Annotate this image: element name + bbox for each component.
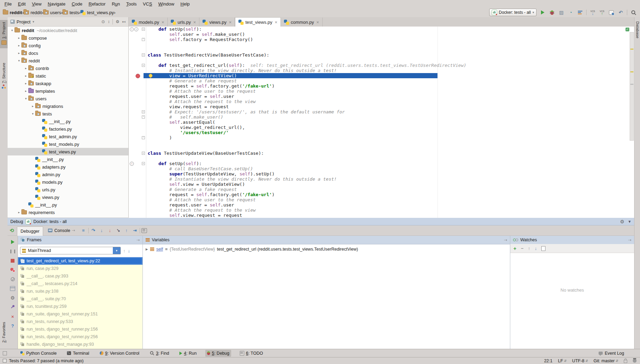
code-line[interactable] xyxy=(129,42,634,47)
toolwindow-button-3--find[interactable]: 3: Find xyxy=(148,350,171,357)
tree-item-test_admin-py[interactable]: test_admin.py xyxy=(8,133,128,140)
tab-views-py[interactable]: views.py× xyxy=(199,18,235,27)
variable-row[interactable]: ▶ self = {TestUserRedirectView} test_get… xyxy=(146,247,358,252)
tab-console[interactable]: Console ⇢ xyxy=(45,226,78,235)
code-line[interactable]: request = self.factory.get('/fake-url') xyxy=(129,83,634,89)
run-button[interactable] xyxy=(540,9,546,16)
fold-marker[interactable]: − xyxy=(142,28,145,31)
stop-button[interactable] xyxy=(10,258,16,263)
code-line[interactable]: # call BaseUserTestCase.setUp() xyxy=(129,166,634,171)
menu-item-window[interactable]: Window xyxy=(155,1,177,7)
breadcrumb-item[interactable]: reddit xyxy=(3,10,22,15)
code-line[interactable]: − def test_get_redirect_url(self): self:… xyxy=(129,63,634,68)
tree-item-config[interactable]: ▸config xyxy=(8,42,128,49)
status-message[interactable]: Tests Passed: 7 passed (a minute ago) xyxy=(9,358,83,363)
menu-item-file[interactable]: File xyxy=(1,1,15,7)
restore-windows-icon[interactable] xyxy=(3,351,7,355)
hide-panel-button[interactable]: ↤ xyxy=(122,19,126,24)
toolwindow-button-python-console[interactable]: Python Console xyxy=(19,350,58,357)
tree-item-factories-py[interactable]: factories.py xyxy=(8,125,128,133)
tree-item-templates[interactable]: ▸templates xyxy=(8,87,128,95)
breakpoint-icon[interactable] xyxy=(136,74,140,78)
stack-frame-row[interactable]: handle, django_test_manage.py:93 xyxy=(18,341,142,348)
search-everywhere-button[interactable] xyxy=(630,9,637,16)
chevron-down-icon[interactable]: ▾ xyxy=(32,20,34,23)
code-line[interactable] xyxy=(129,140,634,145)
tree-item-urls-py[interactable]: urls.py xyxy=(8,186,128,193)
code-line[interactable]: self.assertEqual( xyxy=(129,120,634,125)
close-icon[interactable]: × xyxy=(193,20,196,25)
code-line[interactable]: ˇ # self.make_user() xyxy=(129,114,634,120)
tree-item-reddit[interactable]: ▾reddit~/cookiecutter/reddit xyxy=(8,27,128,34)
fold-marker[interactable]: ˇ xyxy=(142,38,145,41)
move-watch-down-button[interactable]: ↓ xyxy=(535,246,537,251)
rollback-button[interactable]: ↶ xyxy=(618,9,624,16)
stack-frame-row[interactable]: __call__, testcases.py:214 xyxy=(18,280,142,287)
tree-item-reddit[interactable]: ▾reddit xyxy=(8,57,128,64)
tab-test_views-py[interactable]: test_views.py× xyxy=(235,17,281,27)
close-icon[interactable]: × xyxy=(316,20,319,25)
tree-item-__init__-py[interactable]: __init__.py xyxy=(8,118,128,125)
evaluate-expression-button[interactable] xyxy=(141,228,147,233)
tree-item-__init__-py[interactable]: __init__.py xyxy=(8,155,128,163)
tree-item-views-py[interactable]: views.py xyxy=(8,193,128,201)
code-line[interactable] xyxy=(129,58,634,63)
collapse-all-button[interactable]: ↕ xyxy=(108,19,110,24)
status-segment-utf-8[interactable]: UTF-8⇵ xyxy=(572,358,588,363)
code-line[interactable]: − # Expect: '/users/testuser/', as that … xyxy=(129,109,634,114)
sidebar-item-project[interactable]: 1: Project xyxy=(0,20,8,48)
code-line[interactable]: ˇ ) xyxy=(129,135,634,140)
code-line[interactable]: self.view.request = request xyxy=(129,213,634,218)
code-editor[interactable]: ↑↓− def setUp(self): self.user = self.ma… xyxy=(129,27,634,218)
step-into-my-code-button[interactable]: ↓ xyxy=(107,227,114,234)
tree-item-requirements[interactable]: ▸requirements xyxy=(8,209,128,216)
close-icon[interactable]: × xyxy=(229,20,232,25)
help-button[interactable]: ? xyxy=(10,323,16,328)
tree-item-static[interactable]: ▸static xyxy=(8,72,128,80)
view-breakpoints-button[interactable] xyxy=(10,267,16,273)
event-log-button[interactable]: Event Log xyxy=(605,351,624,356)
tree-item-docs[interactable]: ▸docs xyxy=(8,49,128,57)
tab-urls-py[interactable]: urls.py× xyxy=(168,18,199,27)
menu-item-view[interactable]: View xyxy=(29,1,45,7)
toolwindow-button-9--version-control[interactable]: 9: Version Control xyxy=(98,350,141,357)
breadcrumb-item[interactable]: reddit xyxy=(23,10,42,15)
code-line[interactable]: ↑− def setUp(self): xyxy=(129,161,634,166)
stack-frame-row[interactable]: run_tests, django_test_runner.py:256 xyxy=(18,333,142,341)
stack-frame-row[interactable]: run_tests, django_test_runner.py:156 xyxy=(18,325,142,333)
coverage-data-button[interactable] xyxy=(577,9,583,16)
code-line[interactable]: '/users/testuser/' xyxy=(129,130,634,135)
status-segment-22-1[interactable]: 22:1 xyxy=(544,358,552,363)
pin-tab-button[interactable] xyxy=(10,304,16,310)
code-line[interactable]: # Attach the user to the request xyxy=(129,197,634,202)
tree-item-admin-py[interactable]: admin.py xyxy=(8,171,128,178)
stack-frame-row[interactable]: run, case.py:329 xyxy=(18,265,142,272)
hide-debug-window-button[interactable]: ▾ xyxy=(628,219,631,224)
stack-frame-row[interactable]: run_suite, django_test_runner.py:151 xyxy=(18,310,142,318)
rerun-icon[interactable]: ⟲ xyxy=(10,228,14,234)
stack-frame-row[interactable]: run, suite.py:108 xyxy=(18,287,142,295)
vcs-commit-button[interactable]: VCS↑ xyxy=(599,9,605,16)
thread-dropdown-button[interactable]: ▾ xyxy=(113,247,120,254)
tree-item-contrib[interactable]: ▸contrib xyxy=(8,64,128,72)
thread-select[interactable]: MainThread ▾ xyxy=(20,247,121,254)
step-out-button[interactable]: ↑ xyxy=(123,227,130,234)
restore-layout-button[interactable] xyxy=(10,286,16,291)
fold-marker[interactable]: ˇ xyxy=(142,136,145,139)
code-line[interactable]: view.get_redirect_url(), xyxy=(129,125,634,130)
tree-item-__init__-py[interactable]: __init__.py xyxy=(8,201,128,209)
close-icon[interactable]: × xyxy=(275,20,277,25)
status-segment-git--master[interactable]: Git: master⇵ xyxy=(593,358,618,363)
close-button[interactable]: × xyxy=(10,314,16,319)
hector-inspector-icon[interactable] xyxy=(633,359,637,363)
tree-item-users[interactable]: ▾users xyxy=(8,95,128,102)
add-watch-button[interactable]: + xyxy=(513,245,516,251)
code-line[interactable]: # Attach the request to the view xyxy=(129,99,634,104)
tab-common-py[interactable]: common.py× xyxy=(281,18,323,27)
tab-models-py[interactable]: models.py× xyxy=(129,18,168,27)
code-line[interactable]: # Generate a fake request xyxy=(129,187,634,192)
menu-item-navigate[interactable]: Navigate xyxy=(45,1,68,7)
stack-frame-row[interactable]: __call__, suite.py:70 xyxy=(18,295,142,303)
breadcrumb-item[interactable]: tests xyxy=(62,10,79,15)
fold-marker[interactable]: − xyxy=(142,162,145,165)
